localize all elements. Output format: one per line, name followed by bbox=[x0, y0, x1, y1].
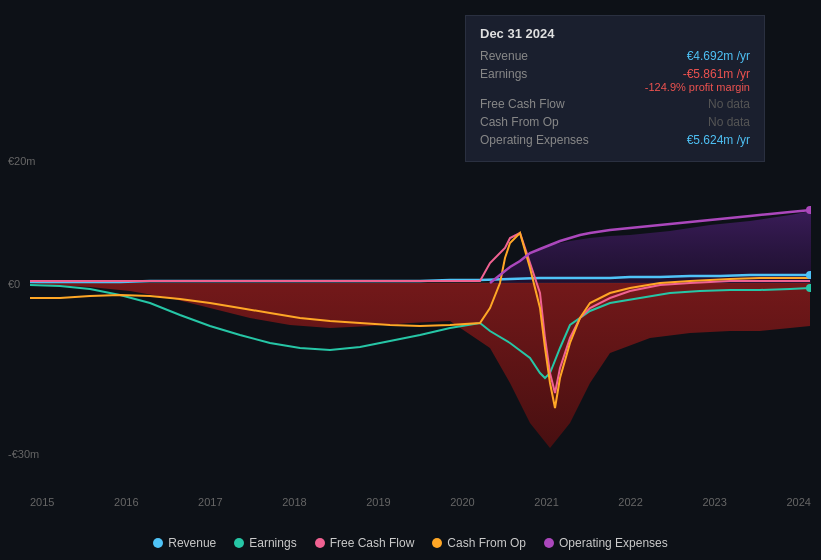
legend-label-fcf: Free Cash Flow bbox=[330, 536, 415, 550]
legend: Revenue Earnings Free Cash Flow Cash Fro… bbox=[0, 536, 821, 550]
tooltip-value-cashfromop: No data bbox=[708, 115, 750, 129]
x-label-2018: 2018 bbox=[282, 496, 306, 508]
tooltip-row-opex: Operating Expenses €5.624m /yr bbox=[480, 133, 750, 147]
tooltip-profit-margin: -124.9% profit margin bbox=[645, 81, 750, 93]
tooltip-value-revenue: €4.692m /yr bbox=[687, 49, 750, 63]
tooltip-row-cashfromop: Cash From Op No data bbox=[480, 115, 750, 129]
tooltip-label-cashfromop: Cash From Op bbox=[480, 115, 590, 129]
tooltip-value-earnings: -€5.861m /yr bbox=[645, 67, 750, 81]
tooltip-value-fcf: No data bbox=[708, 97, 750, 111]
legend-item-fcf[interactable]: Free Cash Flow bbox=[315, 536, 415, 550]
legend-label-cashfromop: Cash From Op bbox=[447, 536, 526, 550]
y-axis-mid: €0 bbox=[8, 278, 20, 290]
tooltip-label-fcf: Free Cash Flow bbox=[480, 97, 590, 111]
tooltip-card: Dec 31 2024 Revenue €4.692m /yr Earnings… bbox=[465, 15, 765, 162]
x-label-2020: 2020 bbox=[450, 496, 474, 508]
tooltip-row-fcf: Free Cash Flow No data bbox=[480, 97, 750, 111]
legend-dot-earnings bbox=[234, 538, 244, 548]
tooltip-date: Dec 31 2024 bbox=[480, 26, 750, 41]
legend-dot-fcf bbox=[315, 538, 325, 548]
chart-svg bbox=[30, 163, 811, 473]
x-label-2023: 2023 bbox=[702, 496, 726, 508]
legend-dot-cashfromop bbox=[432, 538, 442, 548]
x-label-2022: 2022 bbox=[618, 496, 642, 508]
legend-item-earnings[interactable]: Earnings bbox=[234, 536, 296, 550]
legend-item-opex[interactable]: Operating Expenses bbox=[544, 536, 668, 550]
x-label-2019: 2019 bbox=[366, 496, 390, 508]
x-label-2024: 2024 bbox=[786, 496, 810, 508]
legend-dot-opex bbox=[544, 538, 554, 548]
x-label-2021: 2021 bbox=[534, 496, 558, 508]
legend-dot-revenue bbox=[153, 538, 163, 548]
x-label-2017: 2017 bbox=[198, 496, 222, 508]
tooltip-row-revenue: Revenue €4.692m /yr bbox=[480, 49, 750, 63]
tooltip-label-earnings: Earnings bbox=[480, 67, 590, 81]
x-label-2015: 2015 bbox=[30, 496, 54, 508]
legend-label-revenue: Revenue bbox=[168, 536, 216, 550]
x-axis: 2015 2016 2017 2018 2019 2020 2021 2022 … bbox=[30, 496, 811, 508]
x-label-2016: 2016 bbox=[114, 496, 138, 508]
tooltip-value-opex: €5.624m /yr bbox=[687, 133, 750, 147]
tooltip-label-revenue: Revenue bbox=[480, 49, 590, 63]
legend-item-revenue[interactable]: Revenue bbox=[153, 536, 216, 550]
legend-label-earnings: Earnings bbox=[249, 536, 296, 550]
tooltip-row-earnings: Earnings -€5.861m /yr -124.9% profit mar… bbox=[480, 67, 750, 93]
legend-label-opex: Operating Expenses bbox=[559, 536, 668, 550]
legend-item-cashfromop[interactable]: Cash From Op bbox=[432, 536, 526, 550]
tooltip-label-opex: Operating Expenses bbox=[480, 133, 590, 147]
